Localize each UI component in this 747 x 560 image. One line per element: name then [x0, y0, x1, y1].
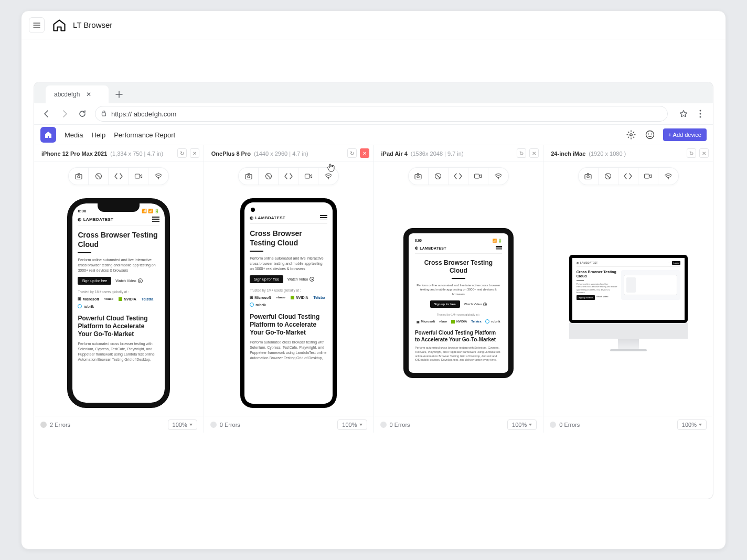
close-device-button[interactable]: ✕ [699, 148, 709, 158]
zoom-select[interactable]: 100% [168, 419, 197, 430]
close-device-button[interactable]: ✕ [360, 148, 369, 158]
device-name: iPad Air 4 [381, 150, 408, 157]
device-header: iPad Air 4 (1536x 2048 | 9.7 in) ↻ ✕ [374, 145, 543, 162]
zoom-select[interactable]: 100% [677, 419, 707, 430]
wifi-icon [664, 172, 673, 180]
iphone-frame[interactable]: 8:00📶 📶 🔋 ◐ LAMBDATEST Cross Browser Tes… [67, 198, 170, 408]
device-spec: (1536x 2048 | 9.7 in) [411, 150, 464, 157]
record-button[interactable] [298, 168, 318, 185]
device-panel-oneplus: OnePlus 8 Pro (1440 x 2960 | 4.7 in) ↻ ✕ [204, 145, 374, 433]
imac-frame[interactable]: ◐ LAMBDATEST · · · · Login Cross Browser… [569, 255, 688, 351]
devtools-button[interactable] [618, 168, 638, 185]
menu-media[interactable]: Media [65, 131, 83, 139]
wifi-icon [324, 172, 333, 180]
lt-logo-icon [52, 18, 67, 33]
screenshot-button[interactable] [579, 168, 599, 185]
device-name: OnePlus 8 Pro [211, 150, 251, 157]
record-button[interactable] [129, 168, 148, 185]
menu-performance-report[interactable]: Performance Report [114, 131, 175, 139]
app-window: LT Browser abcdefgh ✕ [21, 10, 726, 550]
svg-rect-16 [305, 174, 310, 178]
network-button[interactable] [148, 168, 168, 185]
wifi-icon [154, 172, 163, 180]
url-input[interactable]: https:// abcdefgh.com [95, 106, 668, 122]
devtools-button[interactable] [449, 168, 468, 185]
main-menu-button[interactable] [29, 17, 45, 33]
lock-icon [101, 110, 107, 118]
record-button[interactable] [468, 168, 488, 185]
rotate-device-button[interactable]: ↻ [177, 148, 187, 158]
svg-point-3 [700, 116, 701, 118]
devtools-button[interactable] [109, 168, 129, 185]
error-count[interactable]: 2 Errors [40, 422, 70, 428]
svg-point-24 [587, 176, 589, 178]
wifi-icon [494, 172, 503, 180]
block-button[interactable] [429, 168, 449, 185]
block-icon [264, 172, 273, 180]
site-menu-icon [152, 217, 159, 222]
record-button[interactable] [638, 168, 658, 185]
rotate-device-button[interactable]: ↻ [687, 148, 696, 158]
site-content: ◐ LAMBDATEST Cross Browser Testing Cloud… [244, 202, 333, 404]
device-footer: 0 Errors 100% [374, 416, 543, 433]
svg-point-6 [648, 134, 649, 135]
block-button[interactable] [599, 168, 618, 185]
ipad-frame[interactable]: 8:00📶 🔋 ◐ LAMBDATEST Cross Browser Testi… [403, 228, 514, 378]
svg-point-14 [247, 176, 249, 178]
camera-icon [244, 172, 253, 180]
error-count[interactable]: 0 Errors [210, 422, 240, 428]
chevron-down-icon [189, 424, 193, 426]
settings-button[interactable] [625, 129, 637, 141]
error-count[interactable]: 0 Errors [380, 422, 410, 428]
svg-rect-23 [585, 175, 591, 179]
block-button[interactable] [259, 168, 279, 185]
close-device-button[interactable]: ✕ [529, 148, 539, 158]
svg-rect-21 [475, 174, 479, 178]
home-icon [44, 131, 52, 139]
code-icon [453, 172, 463, 180]
error-count[interactable]: 0 Errors [550, 422, 580, 428]
svg-rect-0 [102, 113, 106, 116]
forward-button[interactable] [59, 109, 70, 119]
rotate-device-button[interactable]: ↻ [517, 148, 526, 158]
zoom-select[interactable]: 100% [507, 419, 537, 430]
browser-menu-button[interactable] [695, 109, 706, 119]
rotate-device-button[interactable]: ↻ [347, 148, 357, 158]
back-button[interactable] [41, 109, 52, 119]
network-button[interactable] [658, 168, 678, 185]
screenshot-button[interactable] [239, 168, 259, 185]
new-tab-button[interactable] [112, 87, 126, 102]
network-button[interactable] [318, 168, 338, 185]
svg-rect-26 [645, 174, 649, 178]
menu-help[interactable]: Help [91, 131, 105, 139]
add-device-button[interactable]: + Add device [663, 128, 707, 141]
screenshot-button[interactable] [409, 168, 429, 185]
device-panel-ipad: iPad Air 4 (1536x 2048 | 9.7 in) ↻ ✕ [374, 145, 544, 433]
profile-button[interactable] [644, 129, 656, 141]
block-icon [604, 172, 612, 180]
svg-point-5 [646, 131, 654, 139]
device-footer: 2 Errors 100% [34, 416, 204, 433]
device-spec: (1920 x 1080 ) [589, 150, 626, 157]
workspace: abcdefgh ✕ https:// abcdefgh.com [34, 82, 713, 499]
zoom-select[interactable]: 100% [337, 419, 367, 430]
screenshot-button[interactable] [69, 168, 89, 185]
close-device-button[interactable]: ✕ [190, 148, 199, 158]
svg-point-4 [629, 134, 632, 136]
reload-button[interactable] [77, 109, 88, 119]
bookmark-button[interactable] [678, 109, 689, 119]
devtools-button[interactable] [279, 168, 298, 185]
block-button[interactable] [89, 168, 109, 185]
browser-tab[interactable]: abcdefgh ✕ [46, 85, 109, 103]
oneplus-frame[interactable]: ◐ LAMBDATEST Cross Browser Testing Cloud… [240, 198, 337, 408]
camera-icon [74, 172, 83, 180]
tab-bar: abcdefgh ✕ [34, 82, 713, 103]
svg-point-7 [650, 134, 652, 135]
network-button[interactable] [488, 168, 508, 185]
device-header: OnePlus 8 Pro (1440 x 2960 | 4.7 in) ↻ ✕ [204, 145, 374, 162]
home-button[interactable] [40, 127, 56, 143]
svg-point-19 [417, 176, 419, 178]
device-spec: (1,334 x 750 | 4.7 in) [110, 150, 163, 157]
close-tab-button[interactable]: ✕ [85, 91, 92, 98]
chevron-down-icon [359, 424, 362, 426]
